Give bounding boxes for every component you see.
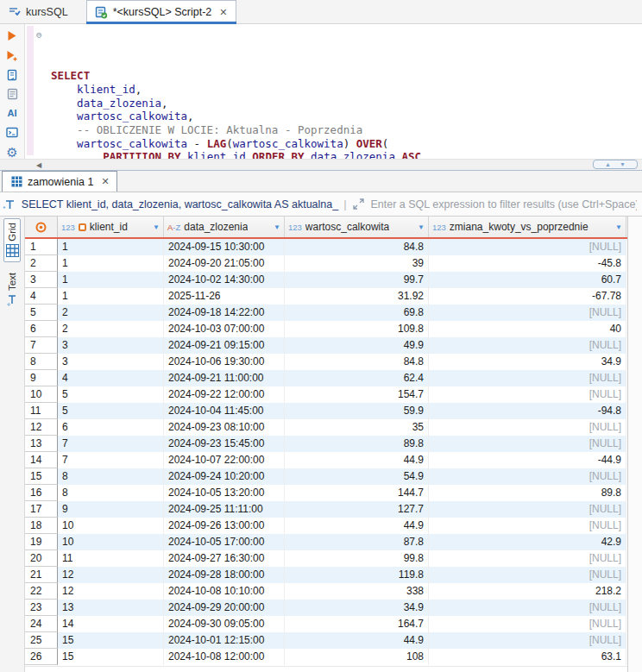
cell[interactable]: 14 <box>58 616 164 632</box>
cell[interactable]: 62.4 <box>285 370 429 386</box>
tab-text-view[interactable]: Text <box>4 269 20 311</box>
grid-corner-cell[interactable] <box>25 217 58 237</box>
cell[interactable]: 2024-09-21 11:00:00 <box>164 370 285 386</box>
cell[interactable]: 108 <box>285 649 429 665</box>
cell[interactable]: 13 <box>58 600 164 616</box>
cell[interactable]: 15 <box>58 649 164 665</box>
row-number[interactable]: 13 <box>25 436 58 452</box>
cell[interactable]: 44.9 <box>285 632 429 649</box>
cell[interactable]: 31.92 <box>285 288 429 305</box>
cell[interactable]: 5 <box>58 403 164 419</box>
expand-filter-icon[interactable] <box>352 198 366 211</box>
cell[interactable]: 144.7 <box>285 485 429 501</box>
cell[interactable]: 2024-10-07 22:00:00 <box>164 452 285 468</box>
cell[interactable]: [NULL] <box>429 386 626 403</box>
cell[interactable]: 2024-09-21 09:15:00 <box>164 337 285 354</box>
code-line[interactable]: wartosc_calkowita, <box>34 110 642 123</box>
cell[interactable]: 63.1 <box>429 649 626 665</box>
cell[interactable]: [NULL] <box>429 436 626 452</box>
cell[interactable]: 2024-10-03 07:00:00 <box>164 321 285 337</box>
cell[interactable]: [NULL] <box>429 518 626 534</box>
tab-connection[interactable]: kursSQL <box>0 0 76 23</box>
cell[interactable]: 42.9 <box>429 534 626 550</box>
cell[interactable]: 60.7 <box>429 272 626 288</box>
code-line[interactable]: PARTITION BY klient_id ORDER BY data_zlo… <box>34 150 642 159</box>
explain-plan-button[interactable] <box>3 87 21 100</box>
row-number[interactable]: 14 <box>25 452 58 468</box>
cell[interactable]: 10 <box>58 518 164 534</box>
cell[interactable]: 2024-09-30 09:05:00 <box>164 616 285 632</box>
cell[interactable]: 2024-09-29 20:00:00 <box>164 600 285 616</box>
ai-assistant-button[interactable]: AI <box>3 107 21 120</box>
row-number[interactable]: 21 <box>25 567 58 583</box>
cell[interactable]: 2024-09-26 13:00:00 <box>164 518 285 534</box>
row-number[interactable]: 17 <box>25 501 58 518</box>
cell[interactable]: [NULL] <box>429 550 626 567</box>
execute-script-button[interactable] <box>3 68 21 81</box>
cell[interactable]: 87.8 <box>285 534 429 550</box>
cell[interactable]: 2024-09-27 16:30:00 <box>164 550 285 567</box>
row-number[interactable]: 18 <box>25 518 58 534</box>
cell[interactable]: 2024-09-18 14:22:00 <box>164 305 285 321</box>
cell[interactable]: 34.9 <box>285 600 429 616</box>
cell[interactable]: 164.7 <box>285 616 429 632</box>
cell[interactable]: [NULL] <box>429 632 626 649</box>
cell[interactable]: 2025-11-26 <box>164 288 285 305</box>
cell[interactable]: -44.9 <box>429 452 626 468</box>
cell[interactable]: [NULL] <box>429 616 626 632</box>
cell[interactable]: 3 <box>58 337 164 354</box>
cell[interactable]: 109.8 <box>285 321 429 337</box>
gear-icon[interactable]: ⚙ <box>3 146 21 159</box>
cell[interactable]: 59.9 <box>285 403 429 419</box>
cell[interactable]: 34.9 <box>429 354 626 370</box>
cell[interactable]: 99.8 <box>285 550 429 567</box>
code-fold-icon[interactable]: ⊖ <box>36 29 42 41</box>
cell[interactable]: 84.8 <box>285 239 429 255</box>
cell[interactable]: 7 <box>58 452 164 468</box>
code-line[interactable]: -- OBLICZENIE W LOCIE: Aktualna - Poprze… <box>34 123 642 137</box>
cell[interactable]: 2024-09-22 12:00:00 <box>164 386 285 403</box>
cell[interactable]: 2024-09-23 08:10:00 <box>164 419 285 436</box>
cell[interactable]: 2024-10-02 14:30:00 <box>164 272 285 288</box>
cell[interactable]: [NULL] <box>429 501 626 518</box>
scroll-left-icon[interactable]: ◀ <box>36 161 41 169</box>
cell[interactable]: 2024-10-08 12:00:00 <box>164 649 285 665</box>
row-number[interactable]: 6 <box>25 321 58 337</box>
cell[interactable]: 40 <box>429 321 626 337</box>
cell[interactable]: 2024-10-05 17:00:00 <box>164 534 285 550</box>
cell[interactable]: 49.9 <box>285 337 429 354</box>
row-number[interactable]: 2 <box>25 255 58 272</box>
row-number[interactable]: 7 <box>25 337 58 354</box>
cell[interactable]: 2024-09-15 10:30:00 <box>164 239 285 255</box>
code-line[interactable]: wartosc_calkowita - LAG(wartosc_calkowit… <box>34 137 642 151</box>
row-number[interactable]: 22 <box>25 583 58 600</box>
cell[interactable]: -67.78 <box>429 288 626 305</box>
cell[interactable]: -94.8 <box>429 403 626 419</box>
row-number[interactable]: 8 <box>25 354 58 370</box>
cell[interactable]: 2024-10-08 10:10:00 <box>164 583 285 600</box>
cell[interactable]: 2024-10-04 11:45:00 <box>164 403 285 419</box>
cell[interactable]: 7 <box>58 436 164 452</box>
close-icon[interactable]: ✕ <box>101 176 109 187</box>
cell[interactable]: 44.9 <box>285 452 429 468</box>
cell[interactable]: 6 <box>58 419 164 436</box>
cell[interactable]: 12 <box>58 567 164 583</box>
row-number[interactable]: 1 <box>25 239 58 255</box>
column-header-klient_id[interactable]: 123klient_id▼ <box>58 217 164 237</box>
row-number[interactable]: 10 <box>25 386 58 403</box>
cell[interactable]: [NULL] <box>429 419 626 436</box>
cell[interactable]: 1 <box>58 272 164 288</box>
cell[interactable]: 2024-09-24 10:20:00 <box>164 468 285 485</box>
column-dropdown-icon[interactable]: ▼ <box>153 223 160 231</box>
cell[interactable]: 119.8 <box>285 567 429 583</box>
execute-statement-button[interactable] <box>3 29 21 42</box>
cell[interactable]: 2024-10-05 13:20:00 <box>164 485 285 501</box>
cell[interactable]: 2024-09-23 15:45:00 <box>164 436 285 452</box>
cell[interactable]: 11 <box>58 550 164 567</box>
close-icon[interactable]: ✕ <box>219 7 227 18</box>
row-number[interactable]: 15 <box>25 468 58 485</box>
cell[interactable]: 2024-10-06 19:30:00 <box>164 354 285 370</box>
row-number[interactable]: 12 <box>25 419 58 436</box>
collapse-up-icon[interactable]: ▲ <box>605 161 611 167</box>
cell[interactable]: 2 <box>58 321 164 337</box>
